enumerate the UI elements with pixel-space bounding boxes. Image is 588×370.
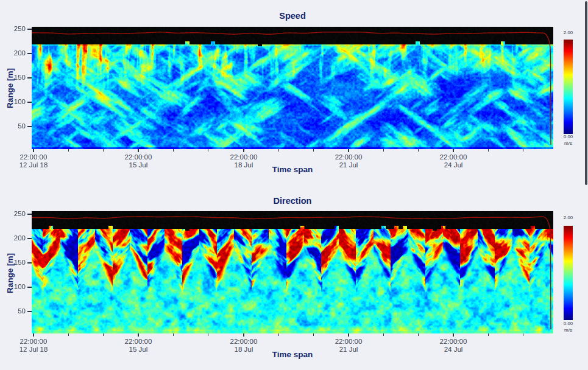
y-tick-mark [27, 126, 32, 127]
y-tick-label: 50 [6, 307, 26, 315]
x-minor-tick-mark [278, 333, 279, 336]
y-tick-label: 250 [6, 210, 26, 217]
y-tick-label: 250 [6, 25, 26, 32]
x-tick-mark [33, 333, 34, 337]
x-tick-label: 22:00:00 18 Jul [216, 338, 271, 354]
x-tick-mark [453, 333, 454, 337]
x-minor-tick-mark [103, 149, 104, 152]
scrollbar-thumb[interactable] [585, 1, 587, 185]
x-minor-tick-mark [208, 149, 208, 152]
x-minor-tick-mark [313, 149, 314, 152]
speed-colorbar [564, 40, 573, 134]
y-tick-mark [27, 53, 32, 54]
y-tick-mark [27, 214, 32, 215]
x-minor-tick-mark [488, 149, 489, 152]
x-tick-mark [33, 149, 34, 152]
y-tick-label: 100 [6, 283, 26, 290]
y-tick-mark [27, 77, 32, 79]
x-minor-tick-mark [488, 333, 489, 336]
y-tick-mark [27, 287, 32, 288]
x-minor-tick-mark [418, 149, 419, 152]
x-tick-label: 22:00:00 15 Jul [111, 338, 166, 354]
speed-colorbar-max-label: 2.00 [559, 30, 578, 36]
y-tick-label: 200 [6, 49, 26, 57]
x-minor-tick-mark [68, 149, 69, 152]
y-tick-mark [27, 102, 32, 103]
y-tick-label: 50 [6, 122, 26, 130]
x-minor-tick-mark [68, 333, 69, 336]
x-tick-label: 22:00:00 24 Jul [426, 338, 481, 354]
direction-colorbar-max-label: 2.00 [559, 215, 578, 221]
y-tick-label: 200 [6, 234, 26, 242]
x-tick-mark [453, 149, 454, 152]
x-minor-tick-mark [523, 149, 523, 152]
speed-heatmap[interactable] [32, 27, 553, 149]
y-tick-mark [27, 238, 32, 239]
x-tick-mark [243, 149, 244, 152]
x-tick-mark [348, 149, 349, 152]
y-tick-label: 150 [6, 74, 26, 81]
x-tick-label: 22:00:00 21 Jul [321, 153, 376, 169]
y-tick-mark [27, 311, 32, 312]
x-tick-label: 22:00:00 12 Jul 18 [6, 338, 61, 354]
direction-colorbar-unit-label: m/s [559, 327, 578, 333]
x-minor-tick-mark [208, 333, 208, 336]
x-tick-mark [138, 333, 139, 337]
direction-colorbar [564, 226, 573, 320]
x-tick-mark [243, 333, 244, 337]
direction-title: Direction [32, 195, 553, 206]
x-minor-tick-mark [103, 333, 104, 336]
dashboard: Speed Range [m] Time span 2.00 0.00 m/s … [0, 0, 588, 370]
x-minor-tick-mark [383, 149, 384, 152]
x-tick-mark [348, 333, 349, 337]
x-tick-mark [138, 149, 139, 152]
x-tick-label: 22:00:00 18 Jul [216, 153, 271, 169]
x-minor-tick-mark [313, 333, 314, 336]
y-tick-mark [27, 29, 32, 30]
x-minor-tick-mark [418, 333, 419, 336]
x-minor-tick-mark [383, 333, 384, 336]
speed-title: Speed [32, 10, 553, 21]
x-minor-tick-mark [173, 333, 174, 336]
x-tick-label: 22:00:00 24 Jul [426, 153, 481, 169]
y-tick-label: 100 [6, 98, 26, 105]
x-tick-label: 22:00:00 21 Jul [321, 338, 376, 354]
speed-colorbar-unit-label: m/s [559, 141, 578, 147]
x-tick-label: 22:00:00 12 Jul 18 [6, 153, 61, 169]
x-minor-tick-mark [173, 149, 174, 152]
direction-colorbar-min-label: 0.00 [559, 321, 578, 327]
x-minor-tick-mark [278, 149, 279, 152]
y-tick-label: 150 [6, 259, 26, 266]
x-minor-tick-mark [523, 333, 523, 336]
speed-colorbar-min-label: 0.00 [559, 134, 578, 140]
y-tick-mark [27, 262, 32, 264]
x-tick-label: 22:00:00 15 Jul [111, 153, 166, 169]
direction-heatmap[interactable] [32, 211, 553, 333]
